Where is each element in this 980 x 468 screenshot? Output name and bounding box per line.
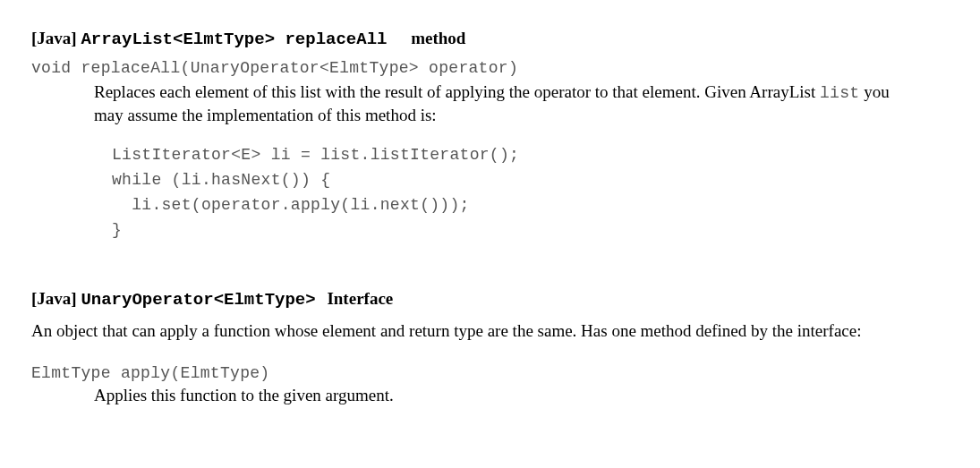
inline-code-list: list <box>820 84 859 102</box>
apply-description: Applies this function to the given argum… <box>94 384 922 407</box>
section-heading-unaryoperator: [Java] UnaryOperator<ElmtType> Interface <box>31 287 949 312</box>
heading-suffix: method <box>411 29 465 47</box>
lang-tag: [Java] <box>31 289 77 308</box>
type-name: ArrayList<ElmtType> replaceAll <box>81 30 387 49</box>
heading-suffix: Interface <box>327 289 393 308</box>
desc-text-1: Replaces each element of this list with … <box>94 82 820 101</box>
section-heading-replaceall: [Java] ArrayList<ElmtType> replaceAll me… <box>31 27 949 52</box>
type-name: UnaryOperator<ElmtType> <box>81 290 315 310</box>
lang-tag: [Java] <box>31 29 77 47</box>
method-signature-apply: ElmtType apply(ElmtType) <box>31 362 949 384</box>
method-description: Replaces each element of this list with … <box>94 81 922 127</box>
code-block: ListIterator<E> li = list.listIterator()… <box>112 143 949 243</box>
method-signature: void replaceAll(UnaryOperator<ElmtType> … <box>31 57 949 79</box>
interface-description: An object that can apply a function whos… <box>31 319 949 343</box>
